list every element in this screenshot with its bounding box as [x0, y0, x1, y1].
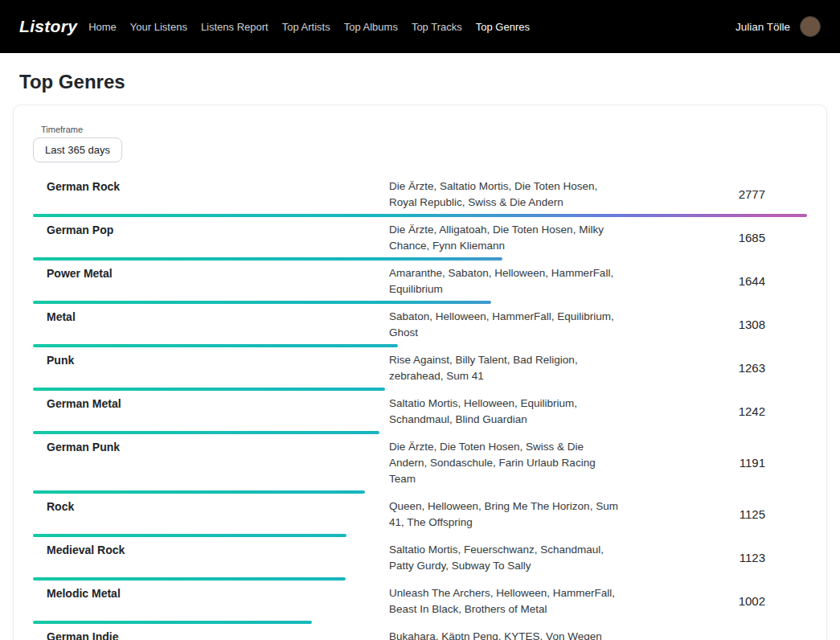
- genre-artists: Die Ärzte, Die Toten Hosen, Swiss & Die …: [389, 439, 624, 487]
- navbar-right: Julian Tölle: [736, 16, 821, 37]
- genre-row: Power MetalAmaranthe, Sabaton, Helloween…: [33, 261, 807, 304]
- page-title: Top Genres: [19, 71, 821, 93]
- genre-bar: [33, 621, 807, 624]
- genre-artists: Unleash The Archers, Helloween, HammerFa…: [389, 585, 624, 617]
- genre-row: PunkRise Against, Billy Talent, Bad Reli…: [33, 347, 807, 391]
- user-name[interactable]: Julian Tölle: [736, 21, 790, 33]
- genre-count: 1002: [739, 593, 807, 609]
- genre-count: 1242: [739, 404, 807, 420]
- genre-row: German IndieBukahara, Käptn Peng, KYTES,…: [33, 624, 807, 640]
- genre-artists: Rise Against, Billy Talent, Bad Religion…: [389, 352, 624, 384]
- brand-logo[interactable]: Listory: [19, 17, 77, 36]
- genre-name: German Rock: [33, 178, 389, 195]
- genre-bar: [33, 388, 807, 391]
- genre-artists: Bukahara, Käptn Peng, KYTES, Von Wegen L…: [389, 629, 624, 640]
- genre-row: German MetalSaltatio Mortis, Helloween, …: [33, 391, 807, 434]
- genre-count: 2777: [739, 187, 807, 203]
- genre-count: 1308: [739, 317, 807, 333]
- genre-artists: Die Ärzte, Alligatoah, Die Toten Hosen, …: [389, 222, 624, 254]
- genre-artists: Saltatio Mortis, Feuerschwanz, Schandmau…: [389, 542, 624, 574]
- genre-row: German PopDie Ärzte, Alligatoah, Die Tot…: [33, 217, 807, 261]
- genre-row: Medieval RockSaltatio Mortis, Feuerschwa…: [33, 537, 807, 581]
- main-content: Top Genres Timeframe Last 365 days Germa…: [0, 71, 840, 640]
- genre-name: Punk: [33, 352, 389, 368]
- nav-link-top-artists[interactable]: Top Artists: [282, 21, 330, 33]
- genre-name: Melodic Metal: [33, 585, 389, 601]
- genre-artists: Queen, Helloween, Bring Me The Horizon, …: [389, 498, 624, 531]
- nav-links: HomeYour ListensListens ReportTop Artist…: [88, 21, 530, 33]
- genre-name: German Metal: [33, 396, 389, 412]
- genre-artists: Amaranthe, Sabaton, Helloween, HammerFal…: [389, 265, 624, 297]
- genre-bar: [33, 344, 807, 347]
- genre-row: German PunkDie Ärzte, Die Toten Hosen, S…: [33, 434, 807, 494]
- genres-table: German RockDie Ärzte, Saltatio Mortis, D…: [33, 174, 807, 640]
- timeframe-label: Timeframe: [41, 125, 807, 134]
- genre-count: 1685: [739, 230, 807, 246]
- nav-link-top-albums[interactable]: Top Albums: [344, 21, 398, 33]
- nav-link-home[interactable]: Home: [88, 21, 117, 33]
- genre-bar: [33, 431, 807, 434]
- genre-count: 1644: [739, 273, 807, 289]
- genre-row: German RockDie Ärzte, Saltatio Mortis, D…: [33, 174, 807, 217]
- genre-name: German Indie: [33, 629, 389, 640]
- nav-link-top-genres[interactable]: Top Genres: [476, 21, 530, 33]
- genre-name: German Punk: [33, 439, 389, 455]
- nav-link-your-listens[interactable]: Your Listens: [130, 21, 187, 33]
- genre-count: 1125: [740, 507, 807, 523]
- genre-artists: Saltatio Mortis, Helloween, Equilibrium,…: [389, 396, 624, 428]
- genre-name: Power Metal: [33, 265, 389, 281]
- genre-name: German Pop: [33, 222, 389, 238]
- genre-artists: Sabaton, Helloween, HammerFall, Equilibr…: [389, 309, 624, 341]
- timeframe-select[interactable]: Last 365 days: [33, 137, 122, 162]
- genre-bar: [33, 301, 807, 304]
- genre-row: MetalSabaton, Helloween, HammerFall, Equ…: [33, 304, 807, 347]
- genre-name: Metal: [33, 309, 389, 325]
- navbar: Listory HomeYour ListensListens ReportTo…: [0, 0, 840, 53]
- genre-bar: [33, 534, 807, 537]
- genre-count: 1263: [739, 360, 807, 376]
- genre-count: 926: [745, 637, 807, 640]
- genre-bar: [33, 214, 807, 217]
- genre-row: RockQueen, Helloween, Bring Me The Horiz…: [33, 494, 807, 537]
- genre-bar: [33, 577, 807, 581]
- nav-link-top-tracks[interactable]: Top Tracks: [412, 21, 462, 33]
- genre-artists: Die Ärzte, Saltatio Mortis, Die Toten Ho…: [389, 178, 624, 211]
- genre-name: Rock: [33, 498, 389, 515]
- genre-bar: [33, 257, 807, 261]
- genre-name: Medieval Rock: [33, 542, 389, 558]
- user-avatar[interactable]: [800, 16, 821, 37]
- genre-count: 1191: [740, 455, 807, 471]
- genre-row: Melodic MetalUnleash The Archers, Hellow…: [33, 581, 807, 624]
- top-genres-card: Timeframe Last 365 days German RockDie Ä…: [13, 105, 827, 640]
- genre-count: 1123: [740, 550, 807, 566]
- nav-link-listens-report[interactable]: Listens Report: [201, 21, 268, 33]
- genre-bar: [33, 490, 807, 494]
